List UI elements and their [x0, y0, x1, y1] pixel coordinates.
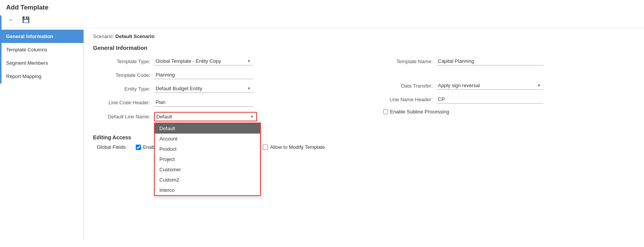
entity-type-row: Entity Type: Default Budget Entity ▼ [93, 84, 353, 93]
line-code-header-row: Line Code Header: [93, 98, 353, 107]
line-name-header-row: Line Name Header: [376, 95, 635, 104]
content-area: Scenario: Default Scenario General Infor… [84, 28, 644, 241]
template-type-row: Template Type: Global Template - Entity … [93, 57, 353, 65]
sidebar-accent [0, 15, 2, 84]
sidebar-item-template-columns[interactable]: Template Columns [0, 43, 84, 56]
enable-spreads-checkbox[interactable] [136, 145, 141, 150]
allow-modify-template-label: Allow to Modify Template [270, 144, 325, 150]
template-type-label: Template Type: [93, 59, 154, 64]
data-transfer-select[interactable]: Apply sign reversal [437, 81, 543, 89]
general-information-title: General Information [93, 45, 635, 51]
form-right-col: Template Name: Data Transfer: Apply sign… [353, 57, 635, 127]
sidebar-item-report-mapping[interactable]: Report Mapping [0, 70, 84, 83]
back-button[interactable]: ← [6, 15, 17, 25]
allow-modify-template-item: Allow to Modify Template [263, 144, 325, 150]
save-button[interactable]: 💾 [20, 14, 32, 25]
entity-type-select-wrapper[interactable]: Default Budget Entity ▼ [154, 84, 253, 93]
entity-type-label: Entity Type: [93, 86, 154, 92]
enable-subline-row: Enable Subline Processing [376, 109, 635, 115]
main-layout: General Information Template Columns Seg… [0, 28, 644, 241]
enable-subline-wrapper: Enable Subline Processing [383, 109, 449, 115]
enable-subline-checkbox[interactable] [383, 109, 388, 114]
dropdown-option-product[interactable]: Product [155, 144, 260, 154]
line-code-header-input[interactable] [154, 98, 253, 107]
default-line-name-dropdown-popup: Default Account Product Project Customer… [154, 123, 261, 196]
template-name-input[interactable] [437, 57, 543, 65]
default-line-name-select[interactable]: Default Account Product Project Customer… [155, 113, 256, 121]
template-type-select-wrapper[interactable]: Global Template - Entity Copy ▼ [154, 57, 253, 65]
sidebar: General Information Template Columns Seg… [0, 28, 84, 241]
template-name-row: Template Name: [376, 57, 635, 65]
sidebar-item-general-information[interactable]: General Information [0, 30, 84, 43]
dropdown-option-customer[interactable]: Customer [155, 164, 260, 175]
template-code-label: Template Code: [93, 72, 154, 78]
template-code-row: Template Code: [93, 71, 353, 79]
dropdown-option-custom2[interactable]: Custom2 [155, 175, 260, 185]
default-line-name-row: Default Line Name: Default Account Produ… [93, 112, 353, 121]
entity-type-select[interactable]: Default Budget Entity [154, 84, 253, 92]
global-fields-label: Global Fields [97, 144, 126, 150]
page-header: Add Template ← 💾 [0, 0, 644, 28]
default-line-name-label: Default Line Name: [93, 114, 154, 120]
line-code-header-label: Line Code Header: [93, 100, 154, 105]
page-title: Add Template [6, 4, 638, 11]
line-name-header-input[interactable] [437, 95, 543, 104]
dropdown-option-default[interactable]: Default [155, 123, 260, 134]
data-transfer-label: Data Transfer: [376, 83, 437, 89]
template-type-select[interactable]: Global Template - Entity Copy [154, 57, 253, 65]
data-transfer-row: Data Transfer: Apply sign reversal ▼ [376, 81, 635, 90]
template-code-input[interactable] [154, 71, 253, 79]
form-left-col: Template Type: Global Template - Entity … [93, 57, 353, 127]
data-transfer-select-wrapper[interactable]: Apply sign reversal ▼ [437, 81, 543, 90]
sidebar-item-segment-members[interactable]: Segment Members [0, 56, 84, 70]
template-name-label: Template Name: [376, 59, 437, 64]
toolbar: ← 💾 [6, 14, 638, 25]
dropdown-option-account[interactable]: Account [155, 134, 260, 144]
dropdown-option-interco[interactable]: Interco [155, 185, 260, 195]
line-name-header-label: Line Name Header: [376, 97, 437, 102]
form-container: Template Type: Global Template - Entity … [93, 57, 635, 127]
dropdown-option-project[interactable]: Project [155, 154, 260, 164]
allow-modify-template-checkbox[interactable] [263, 145, 268, 150]
scenario-bar: Scenario: Default Scenario [93, 33, 635, 39]
default-line-name-select-wrapper[interactable]: Default Account Product Project Customer… [154, 112, 257, 121]
enable-subline-label: Enable Subline Processing [390, 109, 449, 115]
